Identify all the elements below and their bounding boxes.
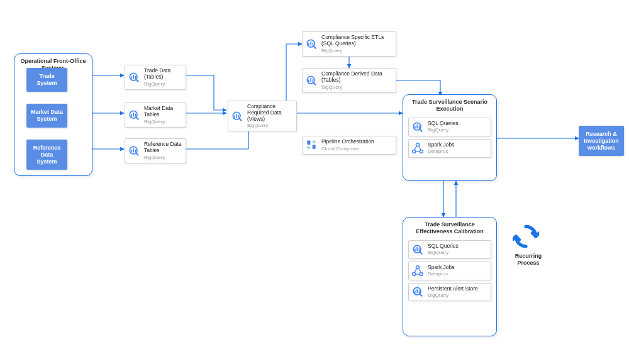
bigquery-icon — [411, 121, 424, 133]
card-reference-data-sub: BigQuery — [144, 155, 182, 160]
card-calibration-spark-title: Spark Jobs — [428, 265, 487, 271]
card-orchestration-sub: Cloud Composer — [321, 146, 392, 152]
card-trade-data-title: Trade Data (Tables) — [144, 68, 182, 80]
card-reference-data: Reference Data Tables BigQuery — [125, 138, 186, 163]
bigquery-icon — [411, 285, 424, 298]
card-calibration-spark-sub: Dataproc — [428, 271, 487, 277]
card-etl: Compliance Specific ETLs (SQL Queries) B… — [302, 31, 396, 57]
card-derived-sub: BigQuery — [321, 84, 392, 90]
card-compliance-views-title: Compliance Required Data (Views) — [247, 104, 292, 122]
card-etl-sub: BigQuery — [321, 48, 392, 53]
group-calibration: Trade Surveillance Effectiveness Calibra… — [403, 217, 497, 336]
card-calibration-store-title: Persistent Alert Store — [428, 286, 487, 292]
card-scenario-spark: Spark Jobs Dataproc — [408, 139, 491, 158]
card-reference-data-title: Reference Data Tables — [144, 141, 182, 154]
card-calibration-sql-sub: BigQuery — [428, 250, 487, 255]
bigquery-icon — [411, 243, 424, 256]
card-market-data-title: Market Data Tables — [144, 106, 182, 118]
group-calibration-title: Trade Surveillance Effectiveness Calibra… — [403, 218, 496, 238]
card-calibration-spark: Spark Jobs Dataproc — [408, 262, 491, 280]
card-calibration-sql: SQL Queries BigQuery — [408, 240, 491, 259]
dataproc-icon — [411, 265, 424, 277]
source-reference-data-system: Reference Data System — [26, 140, 67, 170]
recurring-label: Recurring Process — [509, 253, 547, 267]
card-scenario-sql-title: SQL Queries — [428, 121, 487, 127]
cloud-composer-icon — [305, 139, 318, 152]
card-compliance-views: Compliance Required Data (Views) BigQuer… — [228, 101, 297, 131]
card-scenario-spark-sub: Dataproc — [428, 148, 487, 154]
box-research-investigation: Research & Investigation workflows — [579, 126, 624, 156]
card-derived: Compliance Derived Data (Tables) BigQuer… — [302, 68, 396, 93]
card-scenario-spark-title: Spark Jobs — [428, 142, 487, 148]
source-market-data-system: Market Data System — [26, 104, 67, 128]
card-etl-title: Compliance Specific ETLs (SQL Queries) — [321, 35, 392, 47]
source-trade-system: Trade System — [26, 68, 67, 92]
group-scenario: Trade Surveillance Scenario Execution SQ… — [403, 94, 497, 181]
card-derived-title: Compliance Derived Data (Tables) — [321, 71, 392, 84]
card-scenario-sql: SQL Queries BigQuery — [408, 118, 491, 136]
card-orchestration-title: Pipeline Orchestration — [321, 139, 392, 145]
card-trade-data-sub: BigQuery — [144, 81, 182, 87]
bigquery-icon — [305, 38, 318, 50]
group-scenario-title: Trade Surveillance Scenario Execution — [403, 95, 496, 115]
recurring-icon — [513, 223, 539, 250]
card-calibration-sql-title: SQL Queries — [428, 243, 487, 250]
bigquery-icon — [128, 109, 140, 121]
card-market-data-sub: BigQuery — [144, 119, 182, 124]
card-calibration-store: Persistent Alert Store BigQuery — [408, 283, 491, 302]
card-scenario-sql-sub: BigQuery — [428, 127, 487, 133]
bigquery-icon — [305, 74, 318, 87]
bigquery-icon — [128, 145, 140, 157]
bigquery-icon — [231, 110, 243, 123]
card-compliance-views-sub: BigQuery — [247, 123, 292, 128]
card-trade-data: Trade Data (Tables) BigQuery — [125, 65, 186, 90]
card-calibration-store-sub: BigQuery — [428, 292, 487, 298]
dataproc-icon — [411, 142, 424, 155]
card-orchestration: Pipeline Orchestration Cloud Composer — [302, 136, 396, 155]
card-market-data: Market Data Tables BigQuery — [125, 102, 186, 128]
bigquery-icon — [128, 71, 140, 84]
